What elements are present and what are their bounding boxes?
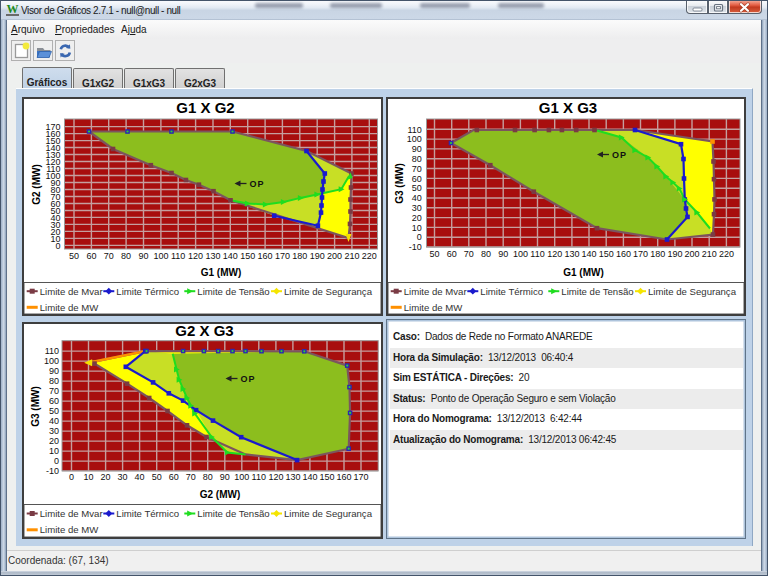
svg-text:120: 120 — [188, 250, 203, 260]
svg-text:60: 60 — [447, 248, 457, 258]
svg-text:70: 70 — [464, 248, 474, 258]
svg-text:220: 220 — [361, 250, 376, 260]
svg-text:40: 40 — [48, 416, 58, 426]
svg-text:70: 70 — [185, 472, 195, 482]
svg-text:110: 110 — [44, 346, 58, 356]
svg-text:110: 110 — [251, 472, 265, 482]
svg-text:OP: OP — [249, 178, 264, 188]
svg-text:50: 50 — [68, 250, 78, 260]
svg-text:150: 150 — [319, 472, 334, 482]
svg-text:200: 200 — [327, 250, 342, 260]
svg-text:90: 90 — [219, 472, 229, 482]
svg-text:190: 190 — [667, 248, 682, 258]
svg-text:80: 80 — [202, 472, 212, 482]
svg-text:160: 160 — [257, 250, 272, 260]
svg-text:130: 130 — [205, 250, 220, 260]
svg-text:80: 80 — [48, 376, 58, 386]
svg-text:70: 70 — [48, 386, 58, 396]
svg-text:100: 100 — [513, 248, 528, 258]
svg-text:210: 210 — [344, 250, 359, 260]
svg-text:Limite de Tensão: Limite de Tensão — [197, 508, 269, 519]
svg-text:Limite de Segurança: Limite de Segurança — [648, 285, 737, 296]
svg-text:170: 170 — [353, 472, 368, 482]
svg-text:0: 0 — [417, 232, 422, 242]
svg-text:90: 90 — [498, 248, 508, 258]
svg-text:Limite de Segurança: Limite de Segurança — [284, 508, 373, 519]
svg-text:-10: -10 — [45, 466, 58, 476]
svg-text:50: 50 — [412, 183, 422, 193]
svg-text:100: 100 — [43, 356, 58, 366]
svg-text:150: 150 — [599, 248, 614, 258]
svg-text:Limite de Mvar: Limite de Mvar — [39, 285, 103, 296]
svg-text:G1 X G3: G1 X G3 — [539, 99, 597, 116]
svg-text:120: 120 — [268, 472, 283, 482]
svg-text:30: 30 — [412, 202, 422, 212]
svg-text:10: 10 — [48, 446, 58, 456]
svg-text:50: 50 — [429, 248, 439, 258]
svg-text:G2 (MW): G2 (MW) — [199, 489, 240, 500]
svg-text:170: 170 — [633, 248, 648, 258]
svg-text:G1 (MW): G1 (MW) — [200, 266, 241, 277]
svg-text:30: 30 — [117, 472, 127, 482]
svg-text:60: 60 — [86, 250, 96, 260]
svg-text:60: 60 — [168, 472, 178, 482]
svg-text:220: 220 — [719, 248, 734, 258]
svg-text:120: 120 — [547, 248, 562, 258]
svg-text:20: 20 — [100, 472, 110, 482]
svg-text:40: 40 — [134, 472, 144, 482]
svg-text:Limite de Mvar: Limite de Mvar — [404, 285, 468, 296]
svg-text:50: 50 — [48, 406, 58, 416]
svg-text:10: 10 — [83, 472, 93, 482]
svg-text:160: 160 — [616, 248, 631, 258]
svg-text:Limite de Mvar: Limite de Mvar — [39, 508, 103, 519]
svg-text:100: 100 — [153, 250, 168, 260]
svg-text:20: 20 — [412, 212, 422, 222]
svg-text:G2 X G3: G2 X G3 — [175, 324, 233, 339]
svg-text:190: 190 — [309, 250, 324, 260]
svg-text:100: 100 — [407, 134, 422, 144]
svg-text:110: 110 — [407, 124, 421, 134]
svg-text:G3 (MW): G3 (MW) — [30, 386, 41, 427]
svg-text:140: 140 — [302, 472, 317, 482]
svg-text:40: 40 — [412, 193, 422, 203]
svg-text:110: 110 — [171, 250, 185, 260]
svg-text:0: 0 — [53, 456, 58, 466]
svg-text:Limite Térmico: Limite Térmico — [116, 285, 179, 296]
svg-text:Limite de Segurança: Limite de Segurança — [284, 285, 373, 296]
svg-text:100: 100 — [234, 472, 249, 482]
svg-text:0: 0 — [68, 472, 73, 482]
svg-text:60: 60 — [48, 396, 58, 406]
svg-text:80: 80 — [481, 248, 491, 258]
svg-text:Limite Térmico: Limite Térmico — [480, 285, 543, 296]
svg-text:Limite Térmico: Limite Térmico — [116, 508, 179, 519]
svg-text:Limite de MW: Limite de MW — [39, 524, 99, 535]
svg-text:90: 90 — [48, 366, 58, 376]
svg-text:50: 50 — [151, 472, 161, 482]
svg-text:170: 170 — [274, 250, 289, 260]
svg-text:G3 (MW): G3 (MW) — [394, 163, 405, 204]
svg-text:20: 20 — [48, 436, 58, 446]
svg-text:170: 170 — [45, 121, 60, 131]
svg-text:Limite de MW: Limite de MW — [404, 301, 464, 312]
svg-text:140: 140 — [581, 248, 596, 258]
svg-text:-10: -10 — [409, 242, 422, 252]
svg-text:80: 80 — [121, 250, 131, 260]
svg-text:130: 130 — [285, 472, 300, 482]
svg-text:150: 150 — [240, 250, 255, 260]
svg-text:70: 70 — [103, 250, 113, 260]
svg-text:G1 (MW): G1 (MW) — [563, 266, 604, 277]
svg-text:OP: OP — [240, 373, 255, 383]
svg-text:180: 180 — [650, 248, 665, 258]
svg-text:80: 80 — [412, 153, 422, 163]
svg-text:210: 210 — [702, 248, 717, 258]
svg-text:G1 X G2: G1 X G2 — [176, 99, 234, 116]
svg-text:140: 140 — [222, 250, 237, 260]
svg-text:90: 90 — [412, 144, 422, 154]
svg-text:10: 10 — [412, 222, 422, 232]
svg-text:200: 200 — [684, 248, 699, 258]
svg-text:160: 160 — [336, 472, 351, 482]
svg-text:70: 70 — [412, 163, 422, 173]
svg-text:OP: OP — [612, 149, 627, 159]
svg-text:G2 (MW): G2 (MW) — [30, 164, 41, 205]
svg-text:130: 130 — [564, 248, 579, 258]
